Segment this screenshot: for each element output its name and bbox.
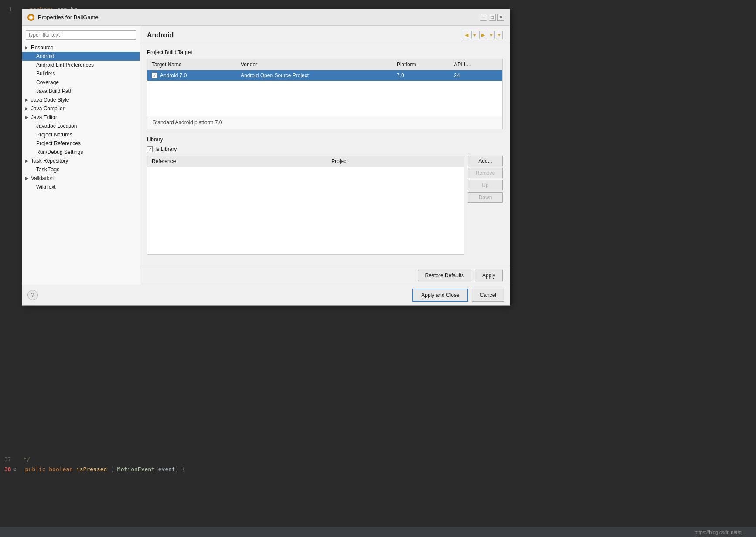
sidebar-item-task-repository[interactable]: ▶ Task Repository (22, 156, 140, 165)
nav-back-menu-button[interactable]: ▾ (471, 31, 478, 39)
sidebar-item-label: Android (36, 53, 54, 59)
sidebar-item-label: Project Natures (36, 132, 72, 138)
status-url: https://blog.csdn.net/q... (695, 530, 746, 535)
sidebar-item-label: Javadoc Location (36, 123, 77, 129)
sidebar-item-coverage[interactable]: Coverage (22, 78, 140, 87)
expand-arrow-resource: ▶ (24, 45, 29, 50)
forward-arrow-icon: ▶ (481, 32, 485, 38)
sidebar-item-label: Java Build Path (36, 88, 72, 94)
apply-button[interactable]: Apply (475, 270, 503, 281)
col-project: Project (327, 156, 464, 167)
library-title: Library (147, 136, 503, 143)
sidebar-item-label: Android Lint Preferences (36, 62, 94, 68)
editor-bottom: 37 */ 38 ⊖ public boolean isPressed ( Mo… (0, 450, 756, 537)
sidebar-item-label: Task Repository (31, 158, 68, 164)
panel-menu-icon: ▾ (498, 32, 501, 38)
library-table-box: Reference Project (147, 156, 464, 255)
nav-forward-menu-button[interactable]: ▾ (488, 31, 495, 39)
table-row[interactable]: Android 7.0 Android Open Source Project … (147, 70, 502, 81)
sidebar-item-label: Java Code Style (31, 97, 69, 103)
sidebar-item-android-lint[interactable]: Android Lint Preferences (22, 61, 140, 69)
back-dropdown-icon: ▾ (473, 32, 476, 38)
status-bar: https://blog.csdn.net/q... (0, 527, 756, 537)
properties-sidebar: ▶ Resource Android Android Lint Preferen… (22, 26, 140, 285)
target-name-value: Android 7.0 (160, 72, 187, 78)
expand-arrow-java-editor: ▶ (24, 115, 29, 120)
expand-arrow-java-compiler: ▶ (24, 106, 29, 111)
panel-content: Project Build Target Target Name Vendor … (140, 43, 510, 266)
sidebar-item-wikitext[interactable]: WikiText (22, 183, 140, 191)
sidebar-item-label: Task Tags (36, 167, 59, 173)
nav-panel-menu-button[interactable]: ▾ (496, 31, 503, 39)
sidebar-item-javadoc-location[interactable]: Javadoc Location (22, 122, 140, 130)
maximize-button[interactable]: □ (489, 14, 496, 21)
dialog-footer: ? Apply and Close Cancel (22, 285, 510, 305)
vendor-value: Android Open Source Project (236, 70, 392, 81)
add-button[interactable]: Add... (468, 156, 503, 166)
sidebar-item-validation[interactable]: ▶ Validation (22, 174, 140, 183)
library-table-row (147, 167, 464, 254)
minimize-button[interactable]: ─ (480, 14, 487, 21)
panel-footer: Restore Defaults Apply (140, 266, 510, 285)
sidebar-item-label: Validation (31, 175, 54, 181)
api-value: 24 (450, 70, 502, 81)
sidebar-item-label: Java Editor (31, 114, 57, 120)
col-vendor: Vendor (236, 59, 392, 70)
build-target-title: Project Build Target (147, 49, 503, 55)
up-button[interactable]: Up (468, 180, 503, 190)
properties-dialog: Properties for BallGame ─ □ ✕ ▶ Resource… (22, 9, 510, 306)
library-section: Library Is Library Reference Project (147, 136, 503, 255)
close-button[interactable]: ✕ (497, 14, 504, 21)
panel-title: Android (147, 31, 174, 39)
dialog-footer-right: Apply and Close Cancel (412, 289, 504, 302)
expand-arrow-java-code-style: ▶ (24, 97, 29, 102)
help-button[interactable]: ? (27, 290, 38, 300)
dialog-title: Properties for BallGame (38, 14, 99, 20)
build-target-box: Target Name Vendor Platform API L... (147, 59, 503, 129)
sidebar-item-builders[interactable]: Builders (22, 69, 140, 78)
filter-input[interactable] (26, 30, 136, 40)
nav-forward-button[interactable]: ▶ (479, 31, 487, 39)
panel-header: Android ◀ ▾ ▶ ▾ ▾ (140, 26, 510, 43)
apply-close-button[interactable]: Apply and Close (412, 289, 468, 302)
sidebar-item-label: Coverage (36, 79, 59, 85)
sidebar-item-label: Resource (31, 44, 53, 51)
sidebar-item-label: WikiText (36, 184, 56, 190)
cancel-button[interactable]: Cancel (472, 289, 504, 302)
sidebar-item-project-natures[interactable]: Project Natures (22, 130, 140, 139)
nav-back-button[interactable]: ◀ (463, 31, 470, 39)
library-table: Reference Project (147, 156, 464, 254)
sidebar-item-resource[interactable]: ▶ Resource (22, 43, 140, 52)
sidebar-item-label: Run/Debug Settings (36, 149, 83, 155)
sidebar-item-java-code-style[interactable]: ▶ Java Code Style (22, 95, 140, 104)
nav-arrows: ◀ ▾ ▶ ▾ ▾ (463, 31, 503, 39)
is-library-row: Is Library (147, 146, 503, 152)
library-table-area: Reference Project (147, 156, 503, 255)
sidebar-item-java-editor[interactable]: ▶ Java Editor (22, 113, 140, 122)
platform-info: Standard Android platform 7.0 (147, 116, 502, 129)
down-button[interactable]: Down (468, 192, 503, 203)
table-empty-row (147, 81, 502, 116)
is-library-label: Is Library (155, 146, 177, 152)
target-checkbox[interactable] (152, 73, 157, 78)
library-buttons: Add... Remove Up Down (468, 156, 503, 255)
sidebar-item-task-tags[interactable]: Task Tags (22, 165, 140, 174)
is-library-checkbox[interactable] (147, 146, 153, 152)
dialog-icon (27, 14, 34, 21)
sidebar-item-android[interactable]: Android (22, 52, 140, 61)
col-target-name: Target Name (147, 59, 236, 70)
build-target-table: Target Name Vendor Platform API L... (147, 59, 502, 116)
sidebar-item-java-compiler[interactable]: ▶ Java Compiler (22, 104, 140, 113)
sidebar-item-run-debug[interactable]: Run/Debug Settings (22, 148, 140, 156)
title-bar: Properties for BallGame ─ □ ✕ (22, 9, 510, 26)
build-target-section: Project Build Target Target Name Vendor … (147, 49, 503, 129)
col-api: API L... (450, 59, 502, 70)
forward-dropdown-icon: ▾ (490, 32, 493, 38)
sidebar-item-label: Project References (36, 140, 81, 146)
sidebar-item-java-build-path[interactable]: Java Build Path (22, 87, 140, 95)
sidebar-item-project-references[interactable]: Project References (22, 139, 140, 148)
restore-defaults-button[interactable]: Restore Defaults (418, 270, 471, 281)
platform-value: 7.0 (392, 70, 450, 81)
col-reference: Reference (147, 156, 327, 167)
remove-button[interactable]: Remove (468, 168, 503, 178)
